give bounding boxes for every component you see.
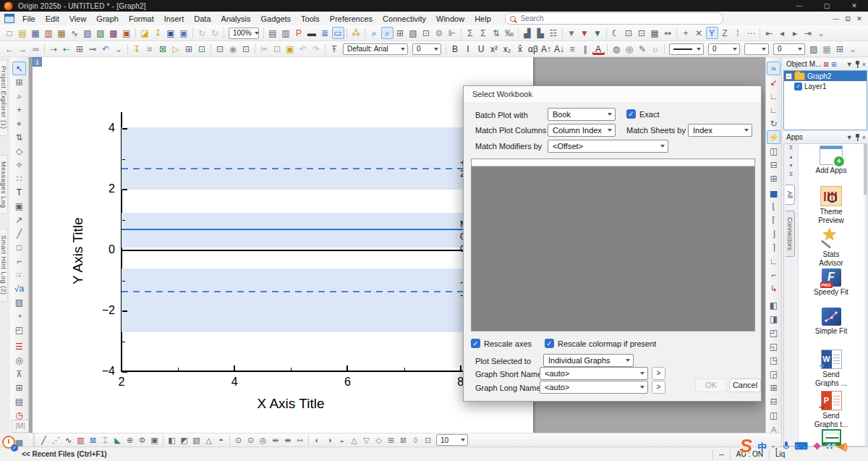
mic-icon[interactable] <box>783 441 789 450</box>
sep[interactable] <box>135 28 136 38</box>
keyboard-icon[interactable]: ⌨ <box>794 441 808 452</box>
rescale-axes-row[interactable]: ✓ Rescale axes <box>471 339 532 348</box>
menu-item[interactable]: File <box>17 14 41 23</box>
panel-menu-icon[interactable]: ▼ <box>846 61 853 68</box>
zoom-rect-tool-icon[interactable]: ⊞ <box>12 75 26 89</box>
sep[interactable] <box>461 28 461 38</box>
sep[interactable] <box>676 28 677 38</box>
panel-menu-icon[interactable]: ▼ <box>846 134 853 141</box>
sep[interactable] <box>325 43 326 54</box>
filter-remove-icon[interactable]: ▼ <box>579 27 591 39</box>
shape5-icon[interactable]: ▽ <box>361 434 373 446</box>
frame-br-icon[interactable]: ⌋ <box>767 227 780 240</box>
undo-nav-icon[interactable]: ↶ <box>100 43 112 55</box>
dialog-title[interactable]: Select Workbook <box>464 86 761 102</box>
remove-layer-icon[interactable]: ⊟ <box>767 394 780 408</box>
duplicate-icon[interactable]: ⊡ <box>214 43 226 55</box>
add-annotation-icon[interactable]: ⊞ <box>831 61 837 68</box>
new-graph-icon[interactable]: ▧ <box>82 27 94 39</box>
new-project-icon[interactable]: □ <box>4 27 16 39</box>
unmask-icon[interactable]: ◎ <box>258 434 269 446</box>
column-chart-icon[interactable]: ▙ <box>535 27 547 39</box>
remove-trace-icon[interactable]: ✕ <box>693 27 705 39</box>
menu-item[interactable]: Graph <box>91 14 124 23</box>
ruler-icon[interactable]: ▤ <box>12 394 26 408</box>
dock-tab[interactable]: Project Explorer (1) <box>0 59 8 136</box>
color-band-icon[interactable]: ▅ <box>767 185 780 199</box>
pin-icon[interactable] <box>855 134 860 141</box>
messages-window-button[interactable]: |M| <box>12 420 29 433</box>
shape10-icon[interactable]: ⊡ <box>422 434 434 446</box>
reader-tool-icon[interactable]: ⌖ <box>12 117 26 130</box>
menu-item[interactable]: Gadgets <box>256 14 297 23</box>
divider-icon[interactable]: ⁞ <box>732 27 744 39</box>
shape6-icon[interactable]: ◇ <box>373 434 385 446</box>
app-send-graphs-word[interactable]: W➜ Send Graphs ... <box>798 350 864 388</box>
mask-points-tool-icon[interactable]: ✧ <box>12 158 26 172</box>
sep[interactable] <box>446 43 446 54</box>
app-simple-fit[interactable]: Simple Fit <box>798 308 864 336</box>
dock-tab[interactable]: Messages Log <box>0 155 8 215</box>
grid-88b-icon[interactable]: ⊞ <box>767 172 780 185</box>
pin-window-icon[interactable]: ⊸ <box>87 43 99 55</box>
swap-window-icon[interactable]: ⊞ <box>74 43 86 55</box>
layer-checkbox[interactable]: ✓ <box>794 83 802 90</box>
send-powerpoint-icon[interactable]: P <box>293 27 305 39</box>
sep[interactable] <box>562 28 563 38</box>
last-icon[interactable]: ⇥ <box>802 27 814 39</box>
sep[interactable] <box>365 28 365 38</box>
apps-scrollbar[interactable] <box>864 144 867 446</box>
rescale-axes-checkbox[interactable]: ✓ <box>471 339 480 348</box>
tab-connectors[interactable]: Connectors <box>786 211 795 257</box>
rgb-lines-icon[interactable]: ☰ <box>12 339 26 353</box>
add-column-icon[interactable]: ⊩ <box>446 27 459 39</box>
print-icon[interactable]: ▤ <box>267 27 279 39</box>
dock-tab[interactable]: Smart Hint Log (2) <box>0 229 8 302</box>
swap-layers-icon[interactable]: ◲ <box>767 367 780 381</box>
graph-long-name-expand-button[interactable]: > <box>652 381 665 394</box>
polar-plot-icon[interactable]: ⊕ <box>124 434 136 446</box>
exact-checkbox[interactable]: ✓ <box>626 109 636 119</box>
save-icon[interactable]: ▣ <box>165 27 177 39</box>
minimize-button[interactable]: — <box>786 0 813 12</box>
ok-button[interactable]: OK <box>695 378 727 392</box>
app-theme-preview[interactable]: Theme Preview <box>798 186 864 225</box>
sort-icon[interactable]: Σ <box>477 27 490 39</box>
menu-item[interactable]: Insert <box>159 14 190 23</box>
expand-table-icon[interactable]: ⊞ <box>12 381 26 394</box>
frame-step-icon[interactable]: ⌐ <box>767 268 780 282</box>
y-scale-icon[interactable]: Y <box>706 27 718 39</box>
font-size-select[interactable]: 0 <box>412 43 441 55</box>
frame-bl-icon[interactable]: ⌊ <box>767 199 780 213</box>
menu-item[interactable]: Connectivity <box>378 14 431 23</box>
workbook-list[interactable] <box>471 158 755 331</box>
panel-close-icon[interactable]: × <box>862 134 866 141</box>
open-icon[interactable]: ◪ <box>139 27 151 39</box>
new-function-plot-icon[interactable]: ∿ <box>69 27 81 39</box>
app-add-apps[interactable]: + Add Apps <box>798 145 864 175</box>
refresh-stop-icon[interactable]: ↻ <box>209 27 221 39</box>
cut-icon[interactable]: ✂ <box>258 43 271 55</box>
line-color-icon[interactable]: ✎ <box>637 43 649 55</box>
mask-tool-icon[interactable]: ◇ <box>12 144 26 158</box>
redo-icon[interactable]: ↷ <box>310 43 323 55</box>
sogou-icon[interactable]: S <box>740 435 752 457</box>
update-column-icon[interactable]: ⇅ <box>490 27 503 39</box>
copy-page-icon[interactable]: ⊡ <box>623 27 635 39</box>
sep[interactable] <box>346 28 347 38</box>
tab-all[interactable]: All <box>786 185 795 205</box>
3d-surface-icon[interactable]: ◩ <box>179 434 190 446</box>
menu-item[interactable]: View <box>64 14 92 23</box>
overflow-icon[interactable]: ⌄ <box>113 43 125 55</box>
recent-files-icon[interactable]: ✓ <box>1 435 20 455</box>
frame-tr-icon[interactable]: ⌉ <box>767 240 780 254</box>
annotation-tool-icon[interactable]: ▣ <box>12 199 26 213</box>
project-explorer-icon[interactable]: ⁂ <box>350 27 362 39</box>
back-icon[interactable]: ← <box>4 43 16 55</box>
superscript-icon[interactable]: x² <box>488 43 501 55</box>
new-layout-icon[interactable]: ▩ <box>108 27 120 39</box>
shape1-icon[interactable]: ◐ <box>312 434 323 446</box>
new-matrix-icon[interactable]: ▦ <box>56 27 68 39</box>
apply-format-icon[interactable]: ⊞ <box>834 43 846 55</box>
filter-icon[interactable]: ▼ <box>566 27 578 39</box>
